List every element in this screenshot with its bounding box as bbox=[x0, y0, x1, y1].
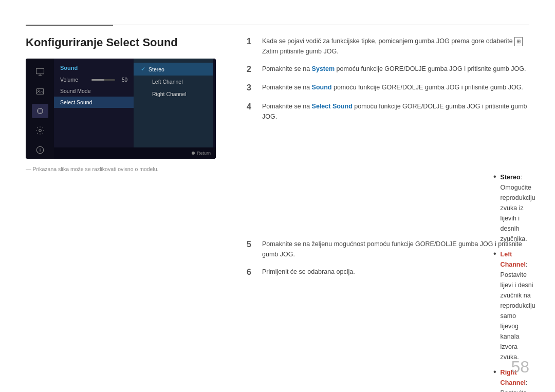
bold-system: System bbox=[312, 65, 335, 72]
step-text-4: Pomaknite se na Select Sound pomoću funk… bbox=[262, 101, 529, 122]
bullet-stereo: • Stereo: Omogućite reprodukciju zvuka i… bbox=[493, 172, 529, 244]
page-number: 58 bbox=[511, 358, 529, 377]
step-number-3: 3 bbox=[247, 82, 256, 94]
svg-point-10 bbox=[39, 129, 41, 132]
step-4: 4 Pomaknite se na Select Sound pomoću fu… bbox=[247, 101, 529, 122]
volume-bar-fill bbox=[91, 79, 104, 81]
top-border-accent bbox=[26, 25, 113, 26]
step-3: 3 Pomaknite se na Sound pomoću funkcije … bbox=[247, 82, 529, 94]
left-column: Konfiguriranje Select Sound bbox=[26, 36, 226, 172]
step-6: 6 Primijenit će se odabrana opcija. bbox=[247, 267, 529, 278]
bullet-dot-1: • bbox=[493, 172, 496, 181]
monitor-icon bbox=[35, 67, 45, 77]
svg-point-13 bbox=[40, 148, 40, 148]
crosshair-icon bbox=[35, 106, 45, 116]
step-text-2: Pomaknite se na System pomoću funkcije G… bbox=[262, 64, 526, 74]
bold-select-sound: Select Sound bbox=[312, 103, 353, 110]
sidebar-icon-info[interactable] bbox=[32, 143, 48, 157]
picture-icon bbox=[35, 87, 45, 96]
info-icon bbox=[35, 145, 45, 155]
submenu-item-right-channel[interactable]: Right Channel bbox=[134, 88, 213, 100]
menu-item-sound-mode[interactable]: Sound Mode bbox=[54, 85, 134, 97]
monitor-ui: Sound Volume 50 Sound Mode Select Sound bbox=[26, 59, 216, 159]
right-channel-label: Right Channel bbox=[152, 91, 187, 97]
step-number-4: 4 bbox=[247, 101, 256, 113]
bold-stereo-bullet: Stereo bbox=[501, 174, 521, 181]
step-number-5: 5 bbox=[247, 239, 256, 250]
page-title: Konfiguriranje Select Sound bbox=[26, 36, 226, 49]
icon-grid: ⊞ bbox=[514, 37, 523, 46]
step-text-5: Pomaknite se na željenu mogućnost pomoću… bbox=[262, 239, 529, 259]
submenu-item-left-channel[interactable]: Left Channel bbox=[134, 76, 213, 88]
sidebar-icon-monitor[interactable] bbox=[32, 65, 48, 79]
step-text-1: Kada se pojavi vodič za funkcijske tipke… bbox=[262, 36, 529, 57]
sidebar-icon-settings[interactable] bbox=[32, 123, 48, 138]
check-icon: ✓ bbox=[141, 66, 145, 72]
menu-header: Sound bbox=[54, 63, 134, 74]
bullet-dot-3: • bbox=[493, 367, 496, 377]
step-number-2: 2 bbox=[247, 64, 256, 75]
return-text: Return bbox=[197, 151, 211, 156]
monitor-content: Sound Volume 50 Sound Mode Select Sound bbox=[54, 59, 216, 159]
steps-5-6: 5 Pomaknite se na željenu mogućnost pomo… bbox=[247, 239, 529, 285]
submenu-item-stereo[interactable]: ✓ Stereo bbox=[134, 63, 213, 76]
sidebar-icon-picture[interactable] bbox=[32, 84, 48, 99]
menu-panel: Sound Volume 50 Sound Mode Select Sound bbox=[54, 59, 134, 159]
monitor-sidebar bbox=[26, 59, 54, 159]
step-2: 2 Pomaknite se na System pomoću funkcije… bbox=[247, 64, 529, 75]
bold-sound: Sound bbox=[312, 84, 332, 91]
bullet-text-stereo: Stereo: Omogućite reprodukciju zvuka iz … bbox=[501, 172, 535, 244]
volume-bar bbox=[91, 79, 115, 81]
right-column: 1 Kada se pojavi vodič za funkcijske tip… bbox=[247, 36, 529, 129]
stereo-label: Stereo bbox=[149, 66, 164, 72]
volume-value: 50 bbox=[118, 77, 127, 83]
return-bar: Return bbox=[54, 147, 216, 159]
submenu-panel: ✓ Stereo Left Channel Right Channel bbox=[134, 59, 213, 159]
step-number-6: 6 bbox=[247, 267, 256, 278]
step-text-3: Pomaknite se na Sound pomoću funkcije GO… bbox=[262, 82, 523, 92]
step-text-6: Primijenit će se odabrana opcija. bbox=[262, 267, 355, 277]
menu-item-select-sound[interactable]: Select Sound bbox=[54, 97, 134, 108]
step-1: 1 Kada se pojavi vodič za funkcijske tip… bbox=[247, 36, 529, 57]
svg-rect-3 bbox=[36, 89, 44, 95]
gear-icon bbox=[35, 126, 45, 135]
left-channel-label: Left Channel bbox=[152, 79, 183, 85]
sidebar-icon-crosshair[interactable] bbox=[32, 104, 48, 118]
footnote: Prikazana slika može se razlikovati ovis… bbox=[26, 166, 226, 172]
volume-label: Volume bbox=[60, 77, 88, 83]
step-number-1: 1 bbox=[247, 36, 256, 47]
volume-row: Volume 50 bbox=[54, 74, 134, 85]
step-5: 5 Pomaknite se na željenu mogućnost pomo… bbox=[247, 239, 529, 259]
svg-rect-0 bbox=[36, 68, 44, 74]
return-dot bbox=[192, 152, 195, 155]
